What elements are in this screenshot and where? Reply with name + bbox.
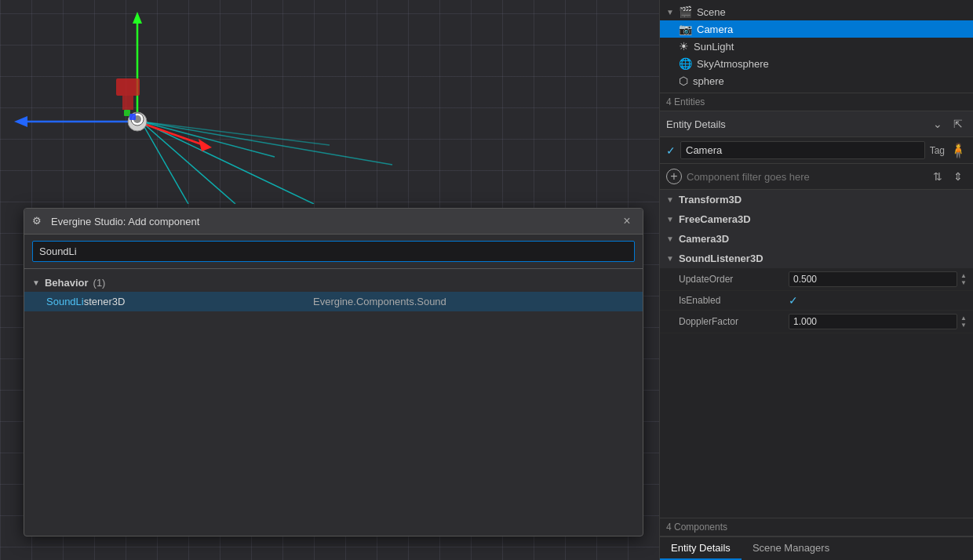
transform3d-chevron-icon: ▼ xyxy=(666,195,674,204)
components-list: ▼ Transform3D ▼ FreeCamera3D ▼ Camera3D … xyxy=(660,190,973,518)
component-section-soundlistener3d[interactable]: ▼ SoundListener3D xyxy=(660,249,973,268)
component-section-camera3d[interactable]: ▼ Camera3D xyxy=(660,229,973,249)
sphere-icon: ⬡ xyxy=(679,75,688,87)
camera3d-title: Camera3D xyxy=(679,233,729,245)
tab-row: Entity Details Scene Managers xyxy=(660,536,973,560)
component-section-freecamera3d[interactable]: ▼ FreeCamera3D xyxy=(660,209,973,229)
prop-spinner-updateorder[interactable]: ▲ ▼ xyxy=(960,273,967,286)
add-component-button[interactable]: + xyxy=(666,169,682,184)
prop-spinner-dopplerfactor[interactable]: ▲ ▼ xyxy=(960,315,967,329)
component-highlight: SoundLi xyxy=(46,296,84,307)
tree-item-camera[interactable]: 📷 Camera xyxy=(660,20,973,38)
prop-value-updateorder: ▲ ▼ xyxy=(789,271,967,287)
filter-expand-icon[interactable]: ⇕ xyxy=(949,168,967,185)
entity-details-icons: ⌄ ⇱ xyxy=(929,115,967,133)
component-result-row[interactable]: SoundListener3D Evergine.Components.Soun… xyxy=(24,292,643,311)
scene-label: Scene xyxy=(697,6,726,18)
prop-value-isenabled: ✓ xyxy=(789,294,967,307)
prop-label-dopplerfactor: DopplerFactor xyxy=(679,316,789,327)
camera-icon: 📷 xyxy=(679,23,692,35)
entity-details-title: Entity Details xyxy=(666,118,924,130)
soundlistener3d-chevron-icon: ▼ xyxy=(666,254,674,263)
prop-input-dopplerfactor[interactable] xyxy=(789,314,957,329)
spinner-up-icon[interactable]: ▲ xyxy=(960,273,967,279)
prop-row-isenabled: IsEnabled ✓ xyxy=(660,291,973,311)
camera3d-chevron-icon: ▼ xyxy=(666,235,674,243)
viewport: ⚙ Evergine Studio: Add component × ▼ Beh… xyxy=(0,0,659,560)
add-component-row: + ⇅ ⇕ xyxy=(660,164,973,190)
dialog-titlebar: ⚙ Evergine Studio: Add component × xyxy=(24,209,643,235)
sunlight-icon: ☀ xyxy=(679,40,689,53)
isenabled-check-icon[interactable]: ✓ xyxy=(789,294,798,307)
freecamera3d-title: FreeCamera3D xyxy=(679,213,751,225)
category-label: Behavior xyxy=(45,277,89,289)
doppler-spinner-down-icon[interactable]: ▼ xyxy=(960,322,967,329)
soundlistener3d-title: SoundListener3D xyxy=(679,253,763,264)
tree-item-sphere[interactable]: ⬡ sphere xyxy=(660,72,973,89)
prop-row-dopplerfactor: DopplerFactor ▲ ▼ xyxy=(660,311,973,333)
doppler-spinner-up-icon[interactable]: ▲ xyxy=(960,315,967,322)
collapse-all-button[interactable]: ⌄ xyxy=(929,115,946,133)
entity-tag-label: Tag xyxy=(930,145,945,156)
right-panel: ▼ 🎬 Scene 📷 Camera ☀ SunLight 🌐 SkyAtmos… xyxy=(659,0,973,560)
component-namespace: Evergine.Components.Sound xyxy=(313,296,446,307)
sunlight-label: SunLight xyxy=(694,41,734,53)
entity-enabled-check[interactable]: ✓ xyxy=(666,144,676,157)
category-count: (1) xyxy=(93,277,106,289)
skyatmosphere-label: SkyAtmosphere xyxy=(697,58,769,70)
dialog-close-button[interactable]: × xyxy=(619,213,635,229)
prop-value-dopplerfactor: ▲ ▼ xyxy=(789,314,967,329)
filter-sort-icon[interactable]: ⇅ xyxy=(929,168,946,185)
component-suffix: stener3D xyxy=(84,296,126,307)
scene-tree: ▼ 🎬 Scene 📷 Camera ☀ SunLight 🌐 SkyAtmos… xyxy=(660,0,973,93)
prop-label-isenabled: IsEnabled xyxy=(679,295,789,306)
entity-count-label: 4 Entities xyxy=(660,93,973,111)
tree-item-skyatmosphere[interactable]: 🌐 SkyAtmosphere xyxy=(660,55,973,72)
scene-chevron-icon: ▼ xyxy=(666,8,674,16)
component-section-transform3d[interactable]: ▼ Transform3D xyxy=(660,190,973,209)
components-count-label: 4 Components xyxy=(660,518,973,536)
prop-label-updateorder: UpdateOrder xyxy=(679,274,789,285)
sphere-label: sphere xyxy=(693,75,724,87)
dialog-search-area xyxy=(24,235,643,269)
entity-name-input[interactable] xyxy=(680,141,925,159)
transform3d-title: Transform3D xyxy=(679,194,742,205)
entity-details-header: Entity Details ⌄ ⇱ xyxy=(660,111,973,137)
bottom-section: 4 Components Entity Details Scene Manage… xyxy=(660,518,973,560)
spinner-down-icon[interactable]: ▼ xyxy=(960,280,967,286)
tree-item-scene[interactable]: ▼ 🎬 Scene xyxy=(660,3,973,20)
dialog-body: ▼ Behavior (1) SoundListener3D Evergine.… xyxy=(24,269,643,536)
dialog-icon: ⚙ xyxy=(32,215,45,227)
filter-icons: ⇅ ⇕ xyxy=(929,168,967,185)
category-chevron-icon: ▼ xyxy=(32,278,40,287)
component-result-name: SoundListener3D xyxy=(46,296,313,307)
scene-icon: 🎬 xyxy=(679,5,692,18)
component-search-input[interactable] xyxy=(32,241,635,262)
skyatmosphere-icon: 🌐 xyxy=(679,57,692,70)
add-component-dialog: ⚙ Evergine Studio: Add component × ▼ Beh… xyxy=(24,208,643,536)
prop-row-updateorder: UpdateOrder ▲ ▼ xyxy=(660,268,973,291)
expand-settings-button[interactable]: ⇱ xyxy=(949,115,967,133)
dialog-title: Evergine Studio: Add component xyxy=(51,216,613,227)
tree-item-sunlight[interactable]: ☀ SunLight xyxy=(660,38,973,55)
freecamera3d-chevron-icon: ▼ xyxy=(666,215,674,224)
component-filter-input[interactable] xyxy=(687,171,924,183)
camera-label: Camera xyxy=(697,24,733,35)
tab-entity-details[interactable]: Entity Details xyxy=(660,537,742,560)
category-behavior-header[interactable]: ▼ Behavior (1) xyxy=(24,274,643,292)
entity-avatar-icon[interactable]: 🧍 xyxy=(949,142,967,159)
tab-scene-managers[interactable]: Scene Managers xyxy=(742,537,840,560)
entity-name-row: ✓ Tag 🧍 xyxy=(660,137,973,164)
prop-input-updateorder[interactable] xyxy=(789,271,957,287)
